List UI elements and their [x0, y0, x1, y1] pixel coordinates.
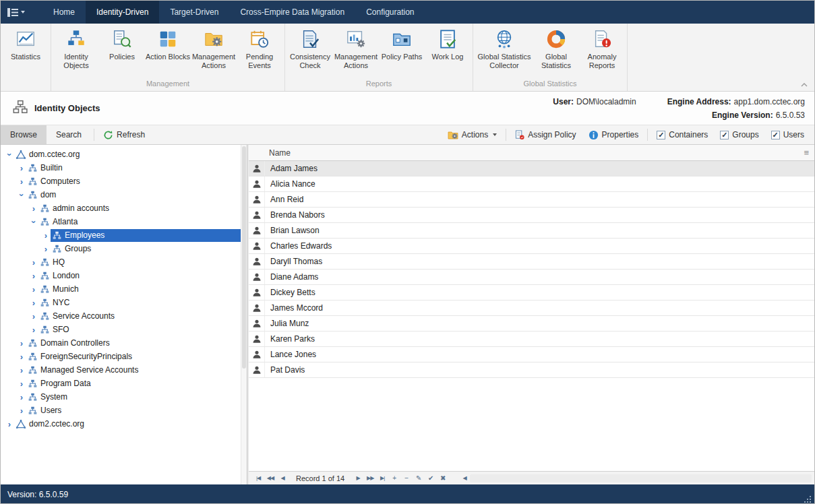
app-menu-button[interactable] [1, 1, 33, 24]
list-row[interactable]: Charles Edwards [249, 239, 814, 254]
tree-item[interactable]: dom [1, 188, 247, 201]
commit-record-button[interactable]: ✔ [425, 474, 436, 482]
filter-checkbox[interactable]: Containers [651, 125, 714, 144]
properties-button[interactable]: Properties [582, 125, 645, 144]
tree-item[interactable]: Managed Service Accounts [1, 363, 247, 377]
tree-expander-icon[interactable] [17, 177, 26, 187]
tree-item[interactable]: NYC [1, 296, 247, 309]
tree-expander-icon[interactable] [17, 365, 26, 375]
tree-item[interactable]: Computers [1, 175, 247, 188]
tree-item[interactable]: Domain Controllers [1, 336, 247, 350]
tab-search[interactable]: Search [47, 125, 91, 144]
tree-expander-icon[interactable] [17, 338, 26, 348]
list-row[interactable]: Pat Davis [249, 363, 814, 378]
tree-item[interactable]: System [1, 390, 247, 404]
ribbon-item-consistency-check[interactable]: Consistency Check [287, 24, 333, 69]
delete-record-button[interactable]: − [401, 474, 412, 482]
ribbon-item-identity-objects[interactable]: Identity Objects [53, 24, 99, 69]
ribbon-item-action-blocks[interactable]: Action Blocks [145, 24, 191, 61]
tree-item[interactable]: admin accounts [1, 201, 247, 215]
tree-item[interactable]: dom2.cctec.org [1, 417, 247, 431]
tree-expander-icon[interactable] [17, 406, 26, 416]
list-row[interactable]: Karen Parks [249, 332, 814, 347]
list-row[interactable]: Julia Munz [249, 316, 814, 332]
tree-expander-icon[interactable] [29, 298, 38, 308]
tab-identity-driven[interactable]: Identity-Driven [86, 1, 159, 24]
list-row[interactable]: Alicia Nance [249, 177, 814, 192]
cancel-record-button[interactable]: ✖ [437, 474, 448, 482]
tab-target-driven[interactable]: Target-Driven [159, 1, 229, 24]
fast-prev-record-button[interactable]: ◀◀ [265, 475, 276, 481]
tree-item[interactable]: Employees [1, 228, 247, 242]
tree-expander-icon[interactable] [17, 163, 26, 173]
tree-item[interactable]: Builtin [1, 161, 247, 175]
tree-item[interactable]: dom.cctec.org [1, 148, 247, 161]
scrollbar-track[interactable] [470, 474, 812, 482]
ribbon-item-policies[interactable]: Policies [99, 24, 145, 61]
ribbon-item-work-log[interactable]: Work Log [425, 24, 471, 61]
tree-expander-icon[interactable] [41, 230, 51, 241]
tree-expander-icon[interactable] [5, 150, 14, 160]
tab-configuration[interactable]: Configuration [355, 1, 425, 24]
ribbon-item-global-statistics[interactable]: Global Statistics [533, 24, 579, 69]
ribbon-item-management-actions-report[interactable]: Management Actions [333, 24, 379, 69]
filter-checkbox[interactable]: Users [765, 125, 810, 144]
list-row[interactable]: Diane Adams [249, 270, 814, 285]
list-column-header[interactable]: Name ≡ [249, 145, 814, 161]
tab-cross-empire-data-migration[interactable]: Cross-Empire Data Migration [229, 1, 355, 24]
last-record-button[interactable]: ▶| [377, 475, 388, 481]
fast-next-record-button[interactable]: ▶▶ [365, 475, 375, 481]
tree-item[interactable]: Service Accounts [1, 309, 247, 323]
tree-vertical-scrollbar[interactable] [241, 145, 247, 484]
scrollbar-thumb[interactable] [242, 146, 246, 369]
tree-item[interactable]: London [1, 269, 247, 282]
ribbon-item-pending-events[interactable]: Pending Events [237, 24, 282, 69]
scroll-left-arrow-icon[interactable]: ◀ [459, 475, 470, 481]
ribbon-item-anomaly-reports[interactable]: Anomaly Reports [579, 24, 625, 69]
tree-item[interactable]: Users [1, 404, 247, 417]
next-record-button[interactable]: ▶ [353, 475, 363, 481]
tree-expander-icon[interactable] [29, 284, 38, 294]
tree-expander-icon[interactable] [29, 203, 38, 214]
list-row[interactable]: Ann Reid [249, 192, 814, 208]
list-row[interactable]: Brenda Nabors [249, 208, 814, 223]
list-row[interactable]: Dickey Betts [249, 285, 814, 301]
list-row[interactable]: Daryll Thomas [249, 254, 814, 270]
tree-expander-icon[interactable] [17, 190, 26, 200]
tree-item[interactable]: ForeignSecurityPrincipals [1, 350, 247, 363]
prev-record-button[interactable]: ◀ [277, 475, 288, 481]
resize-grip-icon[interactable] [804, 495, 812, 503]
assign-policy-button[interactable]: Assign Policy [509, 125, 582, 144]
list-row[interactable]: Brian Lawson [249, 223, 814, 239]
list-row[interactable]: Lance Jones [249, 347, 814, 363]
column-menu-icon[interactable]: ≡ [804, 148, 809, 158]
tree-expander-icon[interactable] [29, 217, 38, 227]
tree-expander-icon[interactable] [29, 271, 38, 281]
filter-checkbox[interactable]: Groups [714, 125, 764, 144]
actions-button[interactable]: Actions [442, 125, 503, 144]
ribbon-item-statistics[interactable]: Statistics [3, 24, 49, 61]
tree-item[interactable]: Atlanta [1, 215, 247, 228]
tree-item[interactable]: Groups [1, 242, 247, 255]
refresh-button[interactable]: Refresh [97, 125, 151, 144]
ribbon-item-policy-paths[interactable]: Policy Paths [379, 24, 425, 61]
first-record-button[interactable]: |◀ [253, 475, 264, 481]
tree-expander-icon[interactable] [29, 311, 38, 321]
tab-browse[interactable]: Browse [1, 125, 47, 144]
list-row[interactable]: Adam James [249, 161, 814, 177]
tree-expander-icon[interactable] [29, 325, 38, 335]
tree-expander-icon[interactable] [5, 419, 14, 429]
tree-item[interactable]: HQ [1, 255, 247, 269]
edit-record-button[interactable]: ✎ [413, 474, 424, 482]
tree-expander-icon[interactable] [17, 392, 26, 402]
add-record-button[interactable]: + [389, 474, 400, 482]
tree-expander-icon[interactable] [17, 379, 26, 389]
list-row[interactable]: James Mccord [249, 301, 814, 316]
tab-home[interactable]: Home [42, 1, 86, 24]
tree-item[interactable]: Program Data [1, 377, 247, 390]
tree-item[interactable]: Munich [1, 282, 247, 296]
tree-expander-icon[interactable] [41, 244, 51, 254]
tree-expander-icon[interactable] [17, 352, 26, 362]
ribbon-item-global-statistics-collector[interactable]: Global Statistics Collector [475, 24, 533, 69]
tree-item[interactable]: SFO [1, 323, 247, 336]
